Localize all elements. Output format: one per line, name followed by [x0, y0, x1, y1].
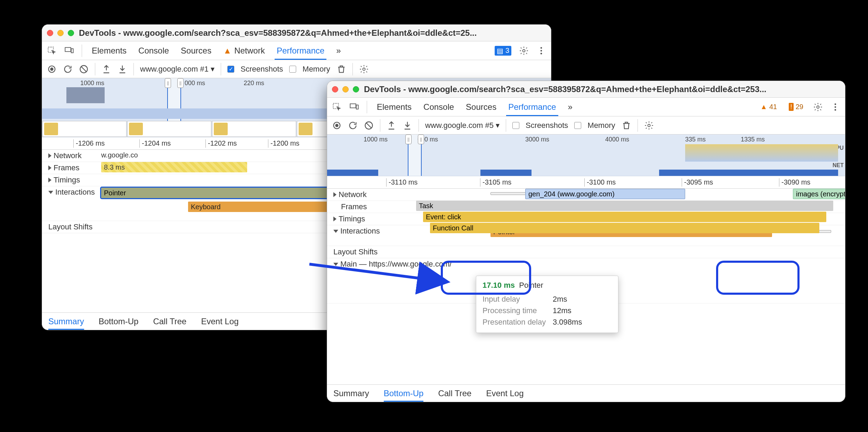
track-label: Network	[339, 190, 367, 199]
ov-tick: 1000 ms	[80, 80, 104, 87]
net-label: NET	[833, 162, 844, 169]
reload-icon[interactable]	[63, 64, 73, 74]
tabs-overflow[interactable]: »	[566, 102, 575, 112]
screenshots-label: Screenshots	[526, 121, 568, 130]
kebab-icon[interactable]	[830, 102, 840, 112]
btab-summary[interactable]: Summary	[333, 389, 369, 398]
disclosure-right-icon	[48, 165, 51, 170]
trash-icon[interactable]	[622, 121, 631, 130]
gear-icon[interactable]	[359, 64, 369, 74]
upload-icon[interactable]	[387, 121, 396, 130]
tab-network[interactable]: ▲ Network	[221, 46, 267, 56]
device-icon[interactable]	[349, 102, 359, 112]
perf-overview[interactable]: 1000 ms 000 ms 3000 ms 4000 ms 335 ms 13…	[327, 135, 845, 176]
btab-bottomup[interactable]: Bottom-Up	[384, 389, 424, 398]
device-icon[interactable]	[64, 46, 74, 56]
close-icon[interactable]	[332, 86, 338, 92]
track-network[interactable]: Network	[42, 150, 101, 162]
screenshot-thumb[interactable]	[127, 121, 211, 137]
track-timings[interactable]: Timings	[327, 213, 386, 225]
screenshot-thumb[interactable]	[212, 121, 296, 137]
network-item[interactable]: w.google.co	[101, 151, 138, 159]
minimize-icon[interactable]	[342, 86, 349, 92]
svg-point-21	[648, 124, 650, 127]
tab-elements[interactable]: Elements	[375, 102, 414, 112]
ov-tick: 1335 ms	[741, 136, 765, 143]
track-network[interactable]: Network	[327, 189, 386, 201]
screenshots-checkbox[interactable]	[227, 66, 234, 73]
track-label: Network	[54, 151, 82, 160]
recording-select[interactable]: www.google.com #5 ▾	[425, 121, 500, 130]
trash-icon[interactable]	[336, 64, 346, 74]
track-interactions[interactable]: Interactions	[42, 186, 101, 198]
close-icon[interactable]	[47, 30, 53, 36]
zoom-icon[interactable]	[353, 86, 359, 92]
ruler-tick: -1204 ms	[139, 139, 171, 148]
track-layout-shifts[interactable]: Layout Shifts	[327, 246, 386, 258]
flame-event-click[interactable]: Event: click	[423, 212, 826, 222]
track-layout-shifts[interactable]: Layout Shifts	[42, 221, 101, 233]
ov-tick: 1000 ms	[364, 136, 388, 143]
screenshots-checkbox[interactable]	[512, 122, 519, 129]
tab-sources[interactable]: Sources	[464, 102, 498, 112]
track-timings[interactable]: Timings	[42, 174, 101, 186]
svg-point-4	[541, 47, 542, 49]
handle-left-icon[interactable]	[405, 135, 412, 144]
gear-icon[interactable]	[644, 121, 654, 130]
tab-console[interactable]: Console	[136, 46, 171, 56]
screenshot-thumb[interactable]	[42, 121, 127, 137]
warning-badge[interactable]: ▲41	[758, 102, 779, 112]
record-icon[interactable]	[332, 121, 342, 130]
recording-name: www.google.com #1	[140, 65, 209, 73]
track-frames[interactable]: Frames	[42, 162, 101, 174]
handle-right-icon[interactable]	[177, 78, 184, 88]
chat-badge[interactable]: ▤ 3	[495, 46, 511, 56]
clear-icon[interactable]	[364, 121, 374, 130]
download-icon[interactable]	[117, 64, 127, 74]
gear-icon[interactable]	[519, 46, 529, 56]
handle-right-icon[interactable]	[418, 135, 424, 144]
reload-icon[interactable]	[348, 121, 358, 130]
zoom-icon[interactable]	[68, 30, 74, 36]
network-item[interactable]: gen_204 (www.google.com)	[525, 189, 685, 199]
tab-sources[interactable]: Sources	[179, 46, 213, 56]
track-interactions[interactable]: Interactions	[327, 225, 386, 237]
btab-calltree[interactable]: Call Tree	[438, 389, 471, 398]
inspect-icon[interactable]	[47, 46, 57, 56]
memory-checkbox[interactable]	[574, 122, 581, 129]
tab-elements[interactable]: Elements	[90, 46, 129, 56]
tab-console[interactable]: Console	[421, 102, 456, 112]
download-icon[interactable]	[403, 121, 412, 130]
time-ruler[interactable]: -3110 ms -3105 ms -3100 ms -3095 ms -309…	[327, 176, 845, 189]
tab-performance[interactable]: Performance	[275, 46, 326, 56]
btab-summary[interactable]: Summary	[48, 317, 84, 326]
minimize-icon[interactable]	[57, 30, 64, 36]
ruler-tick: -3095 ms	[682, 178, 713, 187]
btab-eventlog[interactable]: Event Log	[201, 317, 238, 326]
btab-eventlog[interactable]: Event Log	[486, 389, 524, 398]
flame-task[interactable]: Task	[416, 201, 833, 211]
flame-function-call[interactable]: Function Call	[430, 223, 819, 233]
clear-icon[interactable]	[79, 64, 89, 74]
track-main[interactable]: Main — https://www.google.com/	[327, 258, 454, 270]
tab-performance[interactable]: Performance	[506, 102, 558, 112]
interaction-tooltip: 17.10 ms Pointer Input delay2ms Processi…	[476, 276, 618, 333]
frame-bar[interactable]: 8.3 ms	[101, 162, 247, 172]
record-icon[interactable]	[47, 64, 57, 74]
track-label: Layout Shifts	[48, 222, 92, 231]
handle-left-icon[interactable]	[165, 78, 171, 88]
upload-icon[interactable]	[102, 64, 111, 74]
disclosure-right-icon	[333, 217, 336, 221]
kebab-icon[interactable]	[536, 46, 546, 56]
gear-icon[interactable]	[813, 102, 823, 112]
tabs-overflow[interactable]: »	[334, 46, 343, 56]
recording-select[interactable]: www.google.com #1 ▾	[140, 65, 214, 74]
issues-badge[interactable]: !29	[787, 102, 805, 112]
inspect-icon[interactable]	[332, 102, 342, 112]
network-item[interactable]: images (encrypted	[793, 189, 845, 199]
warning-triangle-icon: ▲	[223, 46, 232, 56]
window-title: DevTools - www.google.com/search?sca_esv…	[79, 28, 477, 38]
btab-calltree[interactable]: Call Tree	[153, 317, 186, 326]
memory-checkbox[interactable]	[289, 66, 296, 73]
btab-bottomup[interactable]: Bottom-Up	[99, 317, 139, 326]
